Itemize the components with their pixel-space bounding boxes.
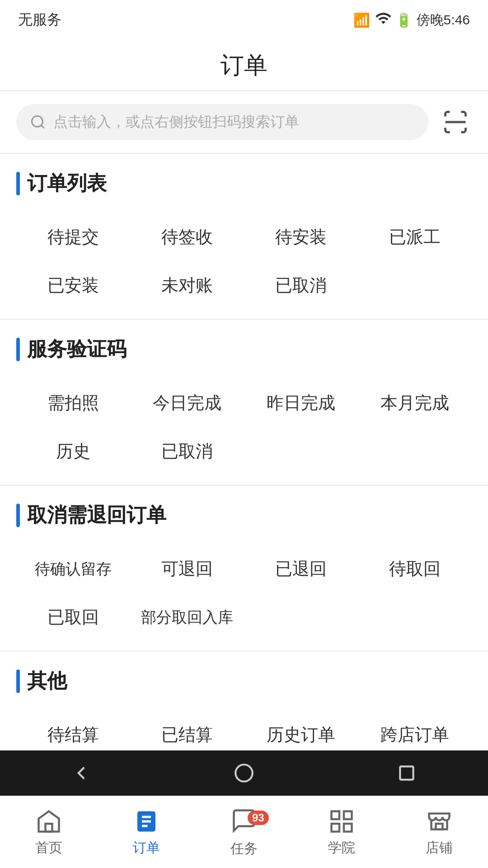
order-item-pending-submit[interactable]: 待提交 <box>16 213 130 261</box>
section-other-header: 其他 <box>16 668 472 694</box>
service-item-cancelled[interactable]: 已取消 <box>130 427 244 476</box>
task-badge: 93 <box>248 811 269 825</box>
nav-store-label: 店铺 <box>426 839 453 857</box>
cancel-item-can-return[interactable]: 可退回 <box>130 545 244 593</box>
wifi-icon <box>375 10 391 30</box>
bluetooth-icon: 📶 <box>353 12 370 28</box>
cancel-item-confirm-keep[interactable]: 待确认留存 <box>16 545 130 593</box>
order-list-grid: 待提交 待签收 待安装 已派工 已安装 未对账 已取消 <box>16 213 472 310</box>
cancel-return-grid: 待确认留存 可退回 已退回 待取回 已取回 部分取回入库 <box>16 545 472 642</box>
svg-rect-14 <box>400 766 413 779</box>
recent-button[interactable] <box>393 760 420 787</box>
section-bar-3 <box>16 504 20 527</box>
home-icon <box>35 808 62 835</box>
svg-rect-12 <box>436 824 443 830</box>
order-item-cancelled[interactable]: 已取消 <box>244 261 358 310</box>
battery-icon: 🔋 <box>395 12 412 28</box>
nav-task-label: 任务 <box>230 840 258 858</box>
nav-order-label: 订单 <box>133 839 160 857</box>
section-service-code-header: 服务验证码 <box>16 336 472 363</box>
svg-rect-3 <box>46 824 52 832</box>
home-button[interactable] <box>230 760 258 787</box>
svg-rect-8 <box>332 811 340 819</box>
system-nav-bar <box>0 750 488 796</box>
order-item-pending-sign[interactable]: 待签收 <box>130 213 244 261</box>
bottom-nav: 首页 订单 93 任务 学院 店 <box>0 796 488 868</box>
section-cancel-return-title: 取消需退回订单 <box>27 502 166 528</box>
academy-icon <box>328 808 355 835</box>
nav-store[interactable]: 店铺 <box>390 797 488 868</box>
search-bar: 点击输入，或点右侧按钮扫码搜索订单 <box>0 91 488 153</box>
order-icon <box>133 808 160 835</box>
page-title: 订单 <box>0 36 488 90</box>
service-code-grid: 需拍照 今日完成 昨日完成 本月完成 历史 已取消 <box>16 379 472 476</box>
back-button[interactable] <box>68 760 95 787</box>
order-item-pending-install[interactable]: 待安装 <box>244 213 358 261</box>
search-placeholder: 点击输入，或点右侧按钮扫码搜索订单 <box>53 112 299 132</box>
section-bar <box>16 172 20 195</box>
cancel-item-returned[interactable]: 已退回 <box>244 545 358 593</box>
clock: 傍晚5:46 <box>417 11 470 29</box>
order-item-dispatched[interactable]: 已派工 <box>358 213 472 261</box>
svg-rect-11 <box>344 824 352 832</box>
status-no-service: 无服务 <box>18 10 61 30</box>
scan-button[interactable] <box>439 106 472 138</box>
store-icon <box>426 808 453 835</box>
cancel-item-picked-up[interactable]: 已取回 <box>16 593 130 642</box>
scan-icon <box>442 108 469 136</box>
service-item-today-done[interactable]: 今日完成 <box>130 379 244 427</box>
section-other-title: 其他 <box>27 668 67 694</box>
order-item-unreconciled[interactable]: 未对账 <box>130 261 244 310</box>
cancel-item-pending-pickup[interactable]: 待取回 <box>358 545 472 593</box>
search-icon <box>30 114 46 130</box>
section-service-code: 服务验证码 需拍照 今日完成 昨日完成 本月完成 历史 已取消 <box>0 320 488 485</box>
svg-point-13 <box>235 764 253 782</box>
section-order-list-title: 订单列表 <box>27 170 107 197</box>
service-item-yesterday-done[interactable]: 昨日完成 <box>244 379 358 427</box>
service-item-month-done[interactable]: 本月完成 <box>358 379 472 427</box>
service-item-need-photo[interactable]: 需拍照 <box>16 379 130 427</box>
nav-order[interactable]: 订单 <box>98 797 195 868</box>
section-bar-4 <box>16 670 20 693</box>
cancel-item-partial-return[interactable]: 部分取回入库 <box>130 593 244 642</box>
section-order-list: 订单列表 待提交 待签收 待安装 已派工 已安装 未对账 已取消 <box>0 154 488 319</box>
svg-rect-10 <box>332 824 340 832</box>
svg-line-1 <box>41 125 44 128</box>
section-cancel-return-header: 取消需退回订单 <box>16 502 472 528</box>
status-right: 📶 🔋 傍晚5:46 <box>353 10 470 30</box>
section-bar-2 <box>16 338 20 361</box>
service-item-history[interactable]: 历史 <box>16 427 130 476</box>
nav-home-label: 首页 <box>35 839 62 857</box>
nav-home[interactable]: 首页 <box>0 797 98 868</box>
svg-point-0 <box>32 116 43 127</box>
svg-rect-9 <box>344 811 352 819</box>
nav-academy[interactable]: 学院 <box>293 797 390 868</box>
order-item-installed[interactable]: 已安装 <box>16 261 130 310</box>
nav-task[interactable]: 93 任务 <box>195 797 293 868</box>
section-service-code-title: 服务验证码 <box>27 336 127 363</box>
search-input-box[interactable]: 点击输入，或点右侧按钮扫码搜索订单 <box>16 104 428 140</box>
status-bar: 无服务 📶 🔋 傍晚5:46 <box>0 0 488 36</box>
nav-academy-label: 学院 <box>328 839 355 857</box>
section-order-list-header: 订单列表 <box>16 170 472 197</box>
section-cancel-return: 取消需退回订单 待确认留存 可退回 已退回 待取回 已取回 部分取回入库 <box>0 486 488 651</box>
